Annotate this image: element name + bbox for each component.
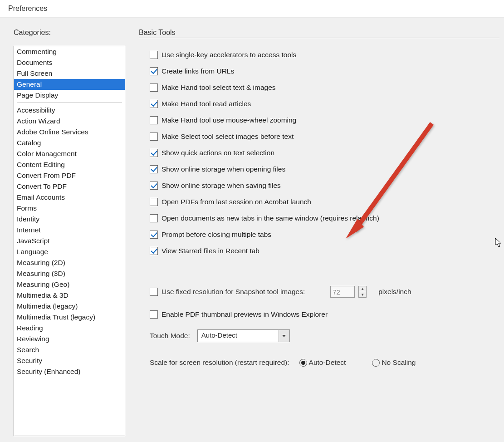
option-checkbox[interactable] — [150, 133, 158, 141]
option-checkbox[interactable] — [150, 214, 158, 222]
option-checkbox[interactable] — [150, 67, 158, 75]
category-item[interactable]: Action Wizard — [14, 116, 125, 127]
option-row: Show online storage when saving files — [139, 182, 499, 190]
category-item[interactable]: General — [14, 79, 125, 90]
category-item[interactable]: Reading — [14, 323, 125, 334]
option-row: Make Hand tool use mouse-wheel zooming — [139, 116, 499, 124]
option-label: Make Hand tool read articles — [161, 100, 251, 108]
scale-row: Scale for screen resolution (restart req… — [139, 359, 499, 367]
option-label: View Starred files in Recent tab — [161, 247, 259, 255]
touch-row: Touch Mode: Auto-Detect — [139, 329, 499, 342]
radio-auto-detect[interactable] — [299, 359, 307, 367]
category-item[interactable]: Measuring (2D) — [14, 257, 125, 268]
option-checkbox[interactable] — [150, 231, 158, 239]
option-row: Prompt before closing multiple tabs — [139, 231, 499, 239]
category-item[interactable]: Color Management — [14, 148, 125, 159]
option-row: Show online storage when opening files — [139, 165, 499, 173]
category-item[interactable]: Reviewing — [14, 334, 125, 344]
resolution-spinner[interactable]: ▲ ▼ — [358, 286, 367, 298]
thumbnail-checkbox[interactable] — [150, 310, 158, 319]
sidebar: Categories: CommentingDocumentsFull Scre… — [14, 29, 125, 436]
category-item[interactable]: Search — [14, 344, 125, 355]
option-label: Prompt before closing multiple tabs — [161, 231, 271, 239]
window-title: Preferences — [0, 0, 504, 18]
scale-label: Scale for screen resolution (restart req… — [150, 359, 289, 367]
option-checkbox[interactable] — [150, 51, 158, 59]
option-checkbox[interactable] — [150, 149, 158, 157]
option-checkbox[interactable] — [150, 198, 158, 206]
option-label: Show online storage when saving files — [161, 182, 281, 190]
category-item[interactable]: Catalog — [14, 138, 125, 148]
category-item[interactable]: Page Display — [14, 90, 125, 101]
option-label: Open PDFs from last session on Acrobat l… — [161, 198, 311, 206]
option-label: Use single-key accelerators to access to… — [161, 51, 296, 59]
category-item[interactable]: Measuring (3D) — [14, 268, 125, 279]
section-header: Basic Tools — [139, 29, 499, 38]
chevron-down-icon[interactable] — [279, 330, 289, 342]
snapshot-label: Use fixed resolution for Snapshot tool i… — [161, 288, 305, 296]
category-item[interactable]: Measuring (Geo) — [14, 279, 125, 290]
option-row: Make Select tool select images before te… — [139, 133, 499, 141]
category-item[interactable]: Documents — [14, 57, 125, 68]
option-row: Use single-key accelerators to access to… — [139, 51, 499, 59]
category-item[interactable]: Commenting — [14, 46, 125, 57]
snapshot-checkbox[interactable] — [150, 288, 158, 296]
category-item[interactable]: Language — [14, 246, 125, 257]
category-item[interactable]: Content Editing — [14, 159, 125, 170]
categories-label: Categories: — [14, 29, 125, 37]
radio-auto-detect-label: Auto-Detect — [309, 359, 346, 367]
main-panel: Basic Tools Use single-key accelerators … — [139, 29, 504, 436]
touch-mode-select[interactable]: Auto-Detect — [197, 329, 290, 342]
category-item[interactable]: Multimedia & 3D — [14, 290, 125, 301]
option-row: View Starred files in Recent tab — [139, 247, 499, 255]
thumbnail-label: Enable PDF thumbnail previews in Windows… — [161, 310, 328, 319]
spin-up[interactable]: ▲ — [359, 286, 366, 292]
option-checkbox[interactable] — [150, 116, 158, 124]
option-checkbox[interactable] — [150, 83, 158, 92]
option-row: Show quick actions on text selection — [139, 149, 499, 157]
option-label: Show quick actions on text selection — [161, 149, 274, 157]
category-item[interactable]: Security (Enhanced) — [14, 366, 125, 377]
radio-no-scaling-label: No Scaling — [382, 359, 416, 367]
snapshot-resolution-input — [330, 286, 355, 298]
category-item[interactable]: Multimedia (legacy) — [14, 301, 125, 312]
cursor-icon — [495, 238, 502, 250]
category-item[interactable]: Multimedia Trust (legacy) — [14, 312, 125, 323]
snapshot-row: Use fixed resolution for Snapshot tool i… — [139, 286, 499, 298]
category-item[interactable]: Security — [14, 355, 125, 366]
category-item[interactable]: Convert From PDF — [14, 170, 125, 181]
category-item[interactable]: Accessibility — [14, 105, 125, 116]
touch-label: Touch Mode: — [150, 332, 190, 340]
category-item[interactable]: Identity — [14, 214, 125, 225]
category-divider — [17, 103, 122, 103]
option-row: Make Hand tool select text & images — [139, 83, 499, 92]
option-label: Make Hand tool select text & images — [161, 83, 276, 92]
option-checkbox[interactable] — [150, 247, 158, 255]
category-item[interactable]: Convert To PDF — [14, 181, 125, 192]
category-item[interactable]: Forms — [14, 203, 125, 214]
option-row: Open PDFs from last session on Acrobat l… — [139, 198, 499, 206]
option-label: Open documents as new tabs in the same w… — [161, 214, 379, 222]
spin-down[interactable]: ▼ — [359, 292, 366, 298]
resolution-unit: pixels/inch — [378, 288, 411, 296]
option-checkbox[interactable] — [150, 182, 158, 190]
category-item[interactable]: Full Screen — [14, 68, 125, 79]
option-row: Open documents as new tabs in the same w… — [139, 214, 499, 222]
radio-no-scaling[interactable] — [372, 359, 380, 367]
option-checkbox[interactable] — [150, 165, 158, 173]
option-checkbox[interactable] — [150, 100, 158, 108]
thumbnail-row: Enable PDF thumbnail previews in Windows… — [139, 310, 499, 319]
option-row: Make Hand tool read articles — [139, 100, 499, 108]
option-label: Show online storage when opening files — [161, 165, 285, 173]
category-item[interactable]: JavaScript — [14, 236, 125, 246]
category-item[interactable]: Internet — [14, 225, 125, 236]
category-item[interactable]: Adobe Online Services — [14, 127, 125, 138]
touch-mode-value: Auto-Detect — [198, 330, 279, 342]
option-label: Create links from URLs — [161, 67, 234, 75]
option-label: Make Select tool select images before te… — [161, 133, 294, 141]
option-row: Create links from URLs — [139, 67, 499, 75]
category-item[interactable]: Email Accounts — [14, 192, 125, 203]
category-list[interactable]: CommentingDocumentsFull ScreenGeneralPag… — [14, 46, 125, 436]
option-label: Make Hand tool use mouse-wheel zooming — [161, 116, 296, 124]
